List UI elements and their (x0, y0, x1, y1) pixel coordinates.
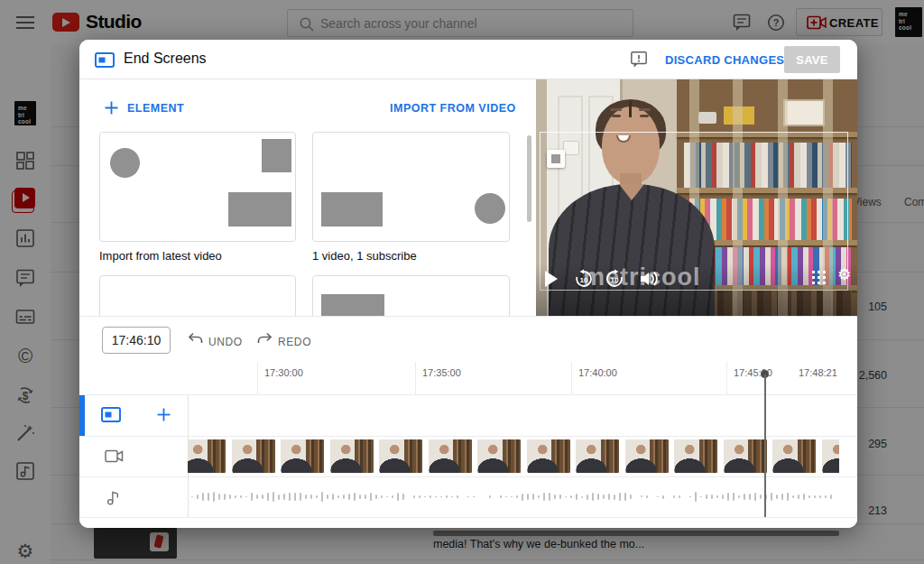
forward-10-icon[interactable]: 10 (605, 269, 624, 289)
waveform-bar (754, 493, 756, 501)
player-settings-icon[interactable]: ⚙ (837, 265, 851, 284)
template-card-video-subscribe[interactable] (312, 132, 510, 242)
redo-button[interactable]: REDO (278, 336, 311, 348)
waveform-bar (614, 495, 615, 500)
timeline-ruler[interactable]: 17:30:00 17:35:00 17:40:00 17:45:00 17:4… (79, 362, 857, 395)
waveform-bar (289, 493, 291, 501)
end-screen-track-icon[interactable] (101, 407, 121, 422)
waveform-bar (646, 495, 648, 499)
undo-icon (188, 332, 203, 346)
waveform-bar (446, 495, 448, 498)
waveform-bar (597, 494, 599, 501)
waveform-bar (489, 495, 491, 498)
waveform-bar (738, 495, 740, 498)
template-card[interactable] (99, 275, 296, 316)
waveform-bar (235, 495, 236, 499)
selected-track-indicator (79, 395, 85, 436)
waveform-bar (673, 495, 675, 498)
waveform-bar (570, 495, 572, 499)
waveform-bar (727, 493, 729, 500)
waveform-bar (760, 495, 762, 500)
waveform-bar (413, 495, 415, 498)
rewind-10-icon[interactable]: 10 (574, 269, 594, 289)
waveform-bar (375, 495, 377, 499)
waveform-bar (327, 495, 328, 500)
waveform-bar (218, 494, 220, 500)
import-from-video-button[interactable]: IMPORT FROM VIDEO (390, 102, 516, 115)
audio-track-icon[interactable] (106, 490, 120, 505)
end-screen-element-marker[interactable] (547, 150, 565, 168)
waveform-bar (700, 496, 702, 498)
waveform-bar (527, 494, 529, 499)
waveform-bar (332, 494, 334, 501)
waveform-bar (781, 494, 783, 500)
template-card-label: Import from latest video (99, 249, 222, 263)
waveform-bar (386, 496, 388, 498)
video-preview[interactable]: metricool 10 10 (536, 79, 857, 316)
video-track-filmstrip[interactable] (188, 436, 839, 476)
waveform-bar (538, 495, 540, 498)
waveform-bar (576, 494, 578, 500)
waveform-bar (771, 493, 772, 502)
waveform-bar (402, 494, 404, 501)
waveform-bar (581, 496, 583, 498)
waveform-bar (283, 494, 285, 500)
template-card[interactable] (312, 275, 510, 316)
waveform-bar (430, 495, 431, 497)
add-track-element-icon[interactable] (157, 408, 171, 421)
waveform-bar (419, 495, 420, 498)
end-screens-dialog: End Screens DISCARD CHANGES SAVE ELEMENT… (79, 40, 857, 528)
waveform-bar (776, 495, 778, 499)
waveform-bar (273, 492, 274, 502)
video-frame-thumbnail (429, 439, 472, 473)
waveform-bar (608, 494, 610, 501)
playhead-line[interactable] (764, 374, 766, 517)
timeline-section: 17:46:10 UNDO REDO 17:30:00 17:35:00 17:… (79, 316, 857, 528)
video-track-icon[interactable] (105, 449, 124, 463)
plus-icon (105, 101, 118, 115)
waveform-bar (662, 495, 664, 499)
undo-button[interactable]: UNDO (208, 336, 243, 348)
youtube-studio-app: Studio Search across your channel ? (0, 0, 924, 564)
video-frame-thumbnail (822, 439, 840, 473)
waveform-bar (251, 493, 253, 501)
template-card-import-latest[interactable] (99, 132, 296, 242)
waveform-bar (424, 496, 426, 498)
ruler-end-label: 17:48:21 (799, 367, 837, 378)
waveform-bar (803, 494, 805, 500)
waveform-bar (451, 496, 453, 497)
waveform-bar (825, 495, 827, 499)
volume-icon[interactable] (639, 270, 659, 288)
discard-changes-button[interactable]: DISCARD CHANGES (665, 53, 784, 67)
waveform-bar (256, 495, 258, 499)
video-frame-thumbnail (232, 439, 275, 473)
waveform-bar (370, 493, 372, 501)
waveform-bar (224, 494, 226, 500)
waveform-bar (343, 495, 345, 500)
waveform-bar (792, 495, 794, 499)
waveform-bar (749, 494, 751, 501)
play-icon[interactable] (545, 271, 558, 287)
timecode-input[interactable]: 17:46:10 (102, 327, 171, 354)
waveform-bar (559, 495, 561, 500)
waveform-bar (587, 495, 588, 500)
waveform-bar (565, 496, 567, 498)
feedback-bubble-icon[interactable] (630, 51, 648, 69)
waveform-bar (337, 495, 339, 498)
waveform-bar (511, 496, 513, 498)
waveform-bar (473, 496, 475, 498)
video-frame-thumbnail (674, 439, 717, 473)
save-button[interactable]: SAVE (784, 46, 840, 73)
waveform-bar (365, 495, 366, 498)
waveform-bar (245, 496, 247, 498)
add-element-button[interactable]: ELEMENT (127, 102, 184, 115)
waveform-bar (532, 494, 534, 500)
waveform-bar (787, 493, 789, 501)
waveform-bar (435, 496, 437, 498)
waveform-bar (641, 495, 642, 497)
waveform-bar (278, 495, 280, 500)
video-frame-thumbnail (188, 439, 226, 473)
ambient-grid-icon[interactable] (812, 271, 827, 285)
audio-track-waveform[interactable] (188, 476, 839, 517)
panel-scrollbar[interactable] (527, 135, 531, 222)
